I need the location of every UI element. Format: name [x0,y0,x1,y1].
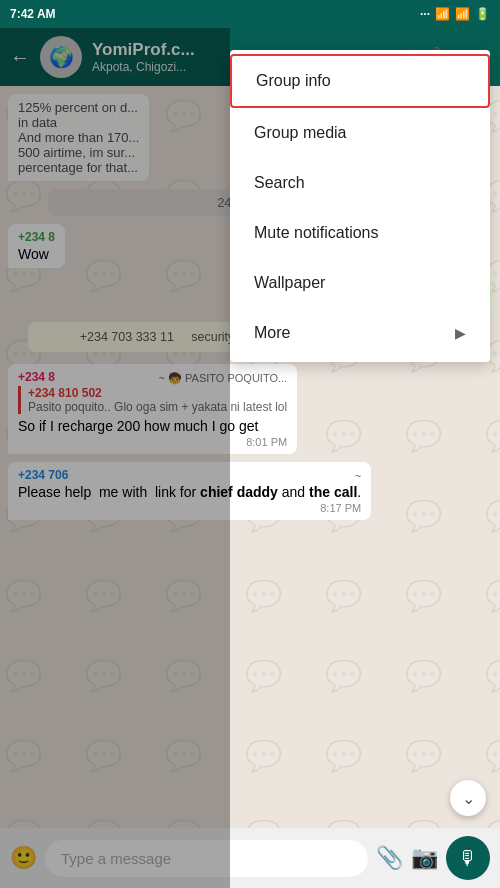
message-text: Please help me with link for chief daddy… [18,484,361,500]
battery-icon: 🔋 [475,7,490,21]
dropdown-menu: Group info Group media Search Mute notif… [230,50,490,362]
message-time: 8:17 PM [18,502,361,514]
menu-item-mute[interactable]: Mute notifications [230,208,490,258]
status-icons: ··· 📶 📶 🔋 [420,7,490,21]
message-time: 8:01 PM [18,436,287,448]
menu-label: Group media [254,124,347,142]
menu-label: More [254,324,290,342]
bottom-bar: 🙂 Type a message 📎 📷 🎙 [0,828,500,888]
emoji-icon[interactable]: 🙂 [10,845,37,871]
menu-label: Group info [256,72,331,90]
message-706: +234 706 ~ Please help me with link for … [8,462,371,520]
scroll-down-button[interactable]: ⌄ [450,780,486,816]
signal-dots-icon: ··· [420,7,430,21]
sender-name: +234 706 [18,468,68,482]
message-text: Wow [18,246,55,262]
menu-item-search[interactable]: Search [230,158,490,208]
tilde-label: ~ [355,470,361,482]
menu-label: Search [254,174,305,192]
attachment-icon[interactable]: 📎 [376,845,403,871]
message-partial: 125% percent on d... in data And more th… [8,94,149,181]
menu-item-group-media[interactable]: Group media [230,108,490,158]
mic-icon: 🎙 [458,847,478,870]
message-text: 125% percent on d... in data And more th… [18,100,139,175]
placeholder-text: Type a message [61,850,171,867]
sender-name: +234 8 [18,370,55,384]
signal-icon: 📶 [455,7,470,21]
menu-item-group-info[interactable]: Group info [230,54,490,108]
message-wow: +234 8 Wow [8,224,65,268]
pasito-label: ~ 🧒 PASITO POQUITO... [159,372,288,385]
camera-icon[interactable]: 📷 [411,845,438,871]
quote-sender: +234 810 502 [28,386,287,400]
voice-button[interactable]: 🎙 [446,836,490,880]
menu-item-wallpaper[interactable]: Wallpaper [230,258,490,308]
menu-label: Mute notifications [254,224,379,242]
back-button[interactable]: ← [10,46,30,69]
menu-label: Wallpaper [254,274,325,292]
quote-text: Pasito poquito.. Glo oga sim + yakata ni… [28,400,287,414]
message-text: So if I recharge 200 how much I go get [18,418,287,434]
quote-block: +234 810 502 Pasito poquito.. Glo oga si… [18,386,287,414]
chevron-right-icon: ▶ [455,325,466,341]
message-pasito: +234 8 ~ 🧒 PASITO POQUITO... +234 810 50… [8,364,297,454]
status-time: 7:42 AM [10,7,56,21]
avatar: 🌍 [40,36,82,78]
message-input[interactable]: Type a message [45,840,368,877]
menu-item-more[interactable]: More ▶ [230,308,490,358]
wifi-icon: 📶 [435,7,450,21]
status-bar: 7:42 AM ··· 📶 📶 🔋 [0,0,500,28]
sender-name: +234 8 [18,230,55,244]
